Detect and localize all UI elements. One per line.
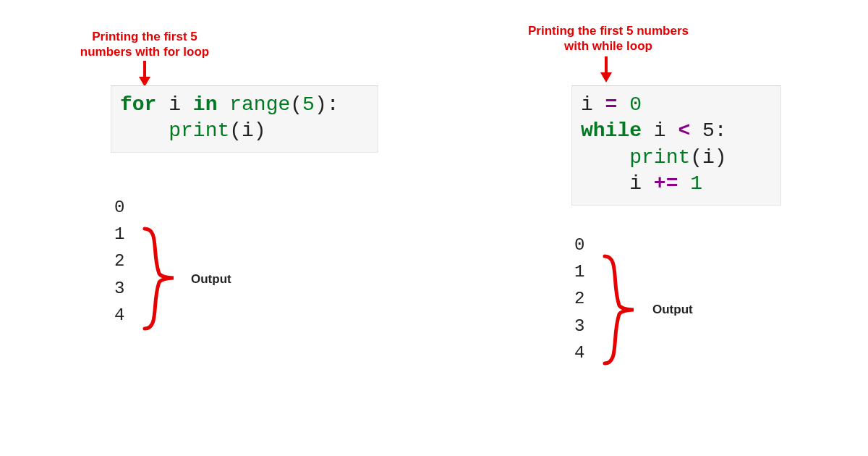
fn-range: range bbox=[229, 93, 290, 116]
curly-brace-icon-right bbox=[599, 252, 650, 368]
op-lt: < bbox=[678, 119, 690, 142]
arrow-down-icon-left bbox=[136, 59, 153, 87]
output-label-left: Output bbox=[191, 272, 231, 287]
annotation-left: Printing the first 5 numbers with for lo… bbox=[72, 29, 217, 60]
curly-brace-icon-left bbox=[139, 224, 190, 333]
code-block-while: i = 0 while i < 5: print(i) i += 1 bbox=[571, 85, 781, 206]
output-label-right: Output bbox=[652, 303, 693, 317]
op-plus-eq: += bbox=[654, 172, 678, 195]
output-left: 0 1 2 3 4 bbox=[114, 194, 124, 329]
annotation-left-text: Printing the first 5 numbers with for lo… bbox=[80, 30, 210, 59]
kw-for: for bbox=[120, 93, 156, 116]
annotation-right-text: Printing the first 5 numbers with while … bbox=[528, 24, 689, 53]
code-block-for: for i in range(5): print(i) bbox=[111, 85, 378, 153]
fn-print-left: print bbox=[169, 119, 229, 142]
fn-print-right: print bbox=[629, 146, 690, 169]
svg-marker-3 bbox=[600, 72, 612, 83]
output-right: 0 1 2 3 4 bbox=[574, 232, 584, 366]
annotation-right: Printing the first 5 numbers with while … bbox=[525, 23, 692, 54]
kw-while: while bbox=[581, 119, 642, 142]
kw-in: in bbox=[193, 93, 218, 116]
arrow-down-icon-right bbox=[597, 55, 615, 83]
op-assign: = bbox=[605, 93, 618, 116]
